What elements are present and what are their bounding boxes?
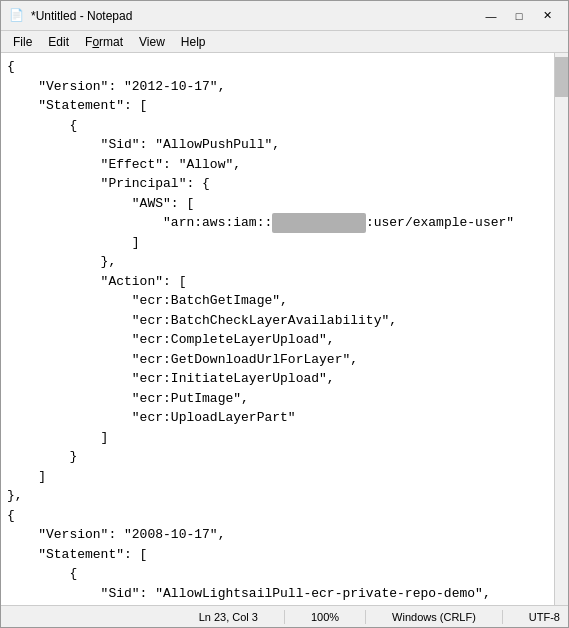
status-line-ending: Windows (CRLF) <box>392 611 476 623</box>
menu-view[interactable]: View <box>131 33 173 51</box>
close-button[interactable]: ✕ <box>534 6 560 26</box>
status-divider-3 <box>502 610 503 624</box>
app-icon: 📄 <box>9 8 25 24</box>
minimize-button[interactable]: — <box>478 6 504 26</box>
status-zoom: 100% <box>311 611 339 623</box>
window-title: *Untitled - Notepad <box>31 9 132 23</box>
status-ln-col: Ln 23, Col 3 <box>199 611 258 623</box>
status-encoding: UTF-8 <box>529 611 560 623</box>
title-bar: 📄 *Untitled - Notepad — □ ✕ <box>1 1 568 31</box>
text-editor[interactable]: { "Version": "2012-10-17", "Statement": … <box>1 53 554 605</box>
title-bar-left: 📄 *Untitled - Notepad <box>9 8 132 24</box>
editor-area: { "Version": "2012-10-17", "Statement": … <box>1 53 568 605</box>
status-divider-1 <box>284 610 285 624</box>
menu-help[interactable]: Help <box>173 33 214 51</box>
scrollbar-vertical[interactable] <box>554 53 568 605</box>
scrollbar-thumb[interactable] <box>555 57 568 97</box>
status-bar: Ln 23, Col 3 100% Windows (CRLF) UTF-8 <box>1 605 568 627</box>
notepad-window: 📄 *Untitled - Notepad — □ ✕ File Edit Fo… <box>0 0 569 628</box>
menu-edit[interactable]: Edit <box>40 33 77 51</box>
menu-bar: File Edit Format View Help <box>1 31 568 53</box>
maximize-button[interactable]: □ <box>506 6 532 26</box>
menu-format[interactable]: Format <box>77 33 131 51</box>
window-controls: — □ ✕ <box>478 6 560 26</box>
menu-file[interactable]: File <box>5 33 40 51</box>
status-divider-2 <box>365 610 366 624</box>
